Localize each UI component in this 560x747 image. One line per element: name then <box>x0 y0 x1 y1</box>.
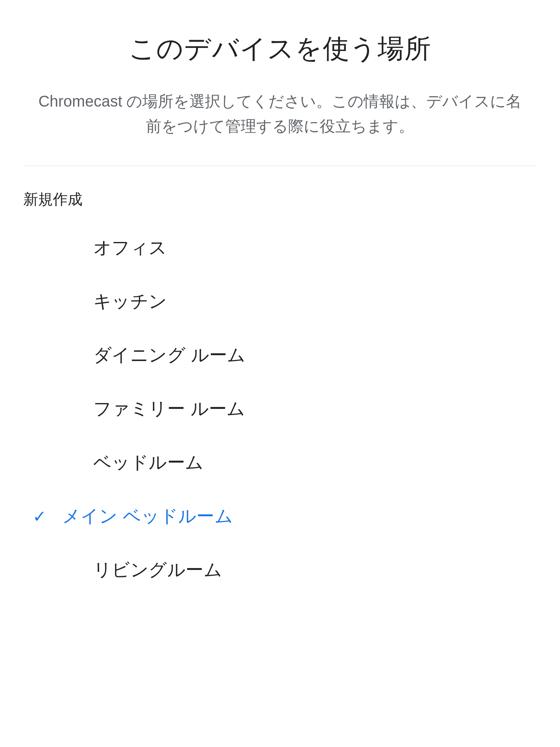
location-item-family-room[interactable]: ファミリー ルーム <box>23 382 537 436</box>
page-title: このデバイスを使う場所 <box>23 31 537 65</box>
location-label-main-bedroom: メイン ベッドルーム <box>62 504 233 528</box>
location-item-kitchen[interactable]: キッチン <box>23 275 537 328</box>
check-icon: ✓ <box>31 507 47 526</box>
location-label-office: オフィス <box>93 236 167 260</box>
location-item-office[interactable]: オフィス <box>23 221 537 275</box>
location-label-dining-room: ダイニング ルーム <box>93 343 246 367</box>
page-container: このデバイスを使う場所 Chromecast の場所を選択してください。この情報… <box>0 0 560 620</box>
location-label-bedroom: ベッドルーム <box>93 451 204 475</box>
location-label-kitchen: キッチン <box>93 289 167 314</box>
section-label: 新規作成 <box>23 189 537 209</box>
section-divider <box>23 166 537 166</box>
location-list: オフィスキッチンダイニング ルームファミリー ルームベッドルーム✓メイン ベッド… <box>23 221 537 597</box>
location-label-living-room: リビングルーム <box>93 558 222 582</box>
location-item-living-room[interactable]: リビングルーム <box>23 543 537 597</box>
location-item-bedroom[interactable]: ベッドルーム <box>23 436 537 489</box>
location-item-main-bedroom[interactable]: ✓メイン ベッドルーム <box>23 489 537 543</box>
location-label-family-room: ファミリー ルーム <box>93 397 245 421</box>
location-item-dining-room[interactable]: ダイニング ルーム <box>23 328 537 382</box>
page-description: Chromecast の場所を選択してください。この情報は、デバイスに名前をつけ… <box>23 89 537 139</box>
